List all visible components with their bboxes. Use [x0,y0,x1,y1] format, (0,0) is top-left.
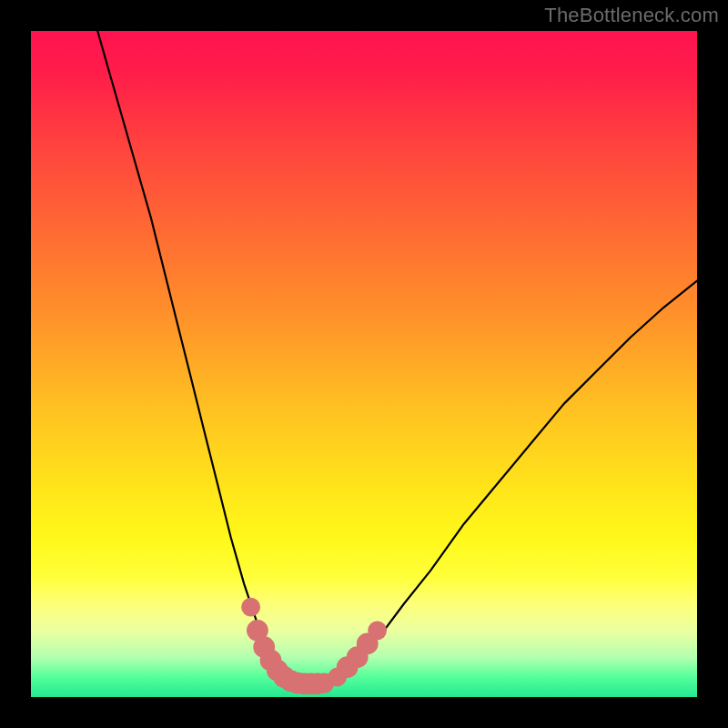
chart-frame: TheBottleneck.com [0,0,728,728]
curve-marker [368,621,387,640]
watermark-text: TheBottleneck.com [544,4,719,27]
plot-area [31,31,697,697]
bottleneck-curve [97,31,697,683]
curve-markers [241,598,387,695]
bottleneck-chart-svg [31,31,697,697]
curve-marker [241,598,260,617]
